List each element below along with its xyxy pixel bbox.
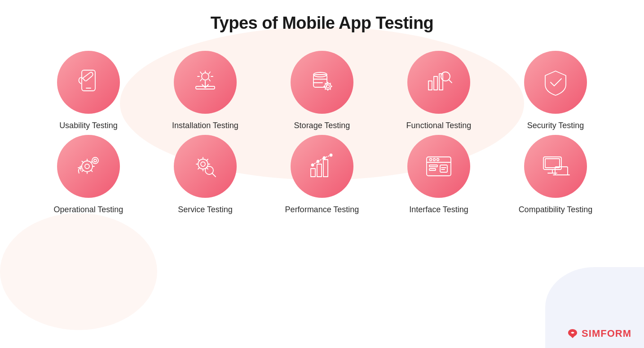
circle-installation <box>174 51 237 114</box>
page-title: Types of Mobile App Testing <box>211 13 434 33</box>
label-service: Service Testing <box>178 205 233 214</box>
circle-operational <box>57 135 120 198</box>
main-container: Types of Mobile App Testing Usability Te… <box>0 0 644 348</box>
devices-icon <box>540 151 571 182</box>
svg-point-51 <box>312 164 314 166</box>
svg-rect-70 <box>545 159 560 168</box>
shield-check-icon <box>540 67 571 98</box>
svg-point-52 <box>317 161 319 163</box>
svg-line-31 <box>91 170 93 172</box>
svg-rect-20 <box>434 76 437 90</box>
row-1: Usability Testing Installation Testing <box>27 51 617 130</box>
svg-rect-19 <box>428 81 432 90</box>
svg-rect-48 <box>311 169 315 177</box>
svg-rect-49 <box>317 164 322 177</box>
svg-line-42 <box>198 159 199 161</box>
item-service: Service Testing <box>147 135 264 214</box>
circle-security <box>524 51 587 114</box>
row-2: Operational Testing <box>27 135 617 214</box>
svg-rect-62 <box>440 165 447 172</box>
svg-line-43 <box>207 168 208 169</box>
svg-point-59 <box>437 159 439 161</box>
circle-interface <box>407 135 470 198</box>
gears-cycle-icon <box>73 151 104 182</box>
svg-point-35 <box>94 159 97 162</box>
label-operational: Operational Testing <box>54 205 124 214</box>
storage-icon <box>306 67 338 98</box>
item-security: Security Testing <box>497 51 614 130</box>
label-compatibility: Compatibility Testing <box>519 205 593 214</box>
testing-grid: Usability Testing Installation Testing <box>27 51 617 214</box>
install-icon <box>190 67 221 98</box>
svg-rect-61 <box>429 169 436 170</box>
item-compatibility: Compatibility Testing <box>497 135 614 214</box>
item-performance: Performance Testing <box>264 135 380 214</box>
label-storage: Storage Testing <box>294 121 350 130</box>
browser-icon <box>423 151 454 182</box>
svg-line-23 <box>449 80 452 83</box>
label-security: Security Testing <box>527 121 584 130</box>
circle-service <box>174 135 237 198</box>
svg-line-30 <box>82 161 84 163</box>
phone-hand-icon <box>73 67 104 98</box>
circle-performance <box>291 135 353 198</box>
item-operational: Operational Testing <box>30 135 147 214</box>
circle-compatibility <box>524 135 587 198</box>
svg-point-34 <box>92 157 98 164</box>
label-performance: Performance Testing <box>285 205 359 214</box>
label-functional: Functional Testing <box>406 121 472 130</box>
label-usability: Usability Testing <box>59 121 118 130</box>
svg-point-2 <box>202 73 209 80</box>
gear-search-icon <box>190 151 221 182</box>
label-installation: Installation Testing <box>172 121 238 130</box>
svg-point-37 <box>201 162 205 166</box>
svg-line-15 <box>325 83 326 84</box>
item-storage: Storage Testing <box>264 51 380 130</box>
svg-line-44 <box>207 159 208 161</box>
label-interface: Interface Testing <box>409 205 468 214</box>
item-functional: Functional Testing <box>380 51 497 130</box>
svg-line-45 <box>198 168 199 169</box>
svg-rect-50 <box>323 160 328 177</box>
svg-line-47 <box>212 173 216 177</box>
bar-chart-dot-icon <box>306 151 338 182</box>
svg-line-18 <box>325 89 326 89</box>
svg-point-54 <box>330 154 332 156</box>
svg-point-25 <box>85 164 89 169</box>
svg-point-57 <box>430 159 432 161</box>
circle-storage <box>291 51 353 114</box>
circle-functional <box>407 51 470 114</box>
item-interface: Interface Testing <box>380 135 497 214</box>
svg-point-58 <box>433 159 436 161</box>
svg-line-16 <box>330 89 331 89</box>
svg-point-53 <box>323 157 326 159</box>
item-installation: Installation Testing <box>147 51 264 130</box>
svg-rect-60 <box>429 165 437 167</box>
svg-line-33 <box>82 170 84 172</box>
svg-line-17 <box>330 83 331 84</box>
circle-usability <box>57 51 120 114</box>
chart-search-icon <box>423 67 454 98</box>
item-usability: Usability Testing <box>30 51 147 130</box>
